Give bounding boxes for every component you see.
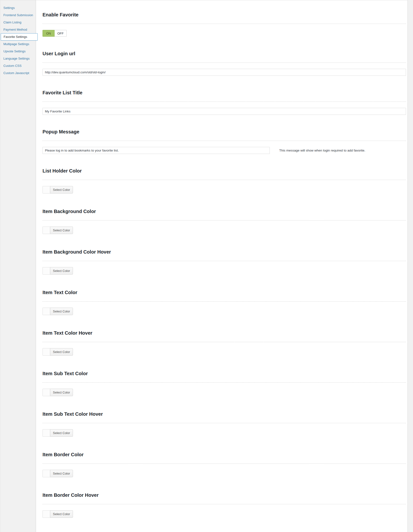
section-title-item-background-color: Item Background Color [42, 208, 406, 215]
section-divider [42, 24, 406, 24]
section-divider [42, 301, 406, 302]
sidebar-item-custom-css[interactable]: Custom CSS [0, 62, 36, 69]
section-divider [42, 423, 406, 423]
sidebar-item-frontend-submission[interactable]: Frontend Submission [0, 12, 36, 19]
section-title-item-sub-text-color-hover: Item Sub Text Color Hover [42, 411, 406, 418]
sidebar-item-language-settings[interactable]: Language Settings [0, 55, 36, 62]
color-picker-item-border-color: Select Color [42, 470, 73, 477]
color-swatch-item-background-color-hover[interactable] [42, 267, 50, 275]
section-title-favorite-list-title: Favorite List Title [42, 89, 406, 96]
section-divider [42, 102, 406, 102]
section-item-background-color-hover: Item Background Color HoverSelect Color [42, 248, 406, 276]
section-item-text-color: Item Text ColorSelect Color [42, 289, 406, 316]
color-picker-item-background-color-hover: Select Color [42, 267, 73, 275]
section-divider [42, 382, 406, 383]
section-title-list-holder-color: List Holder Color [42, 167, 406, 174]
section-title-item-background-color-hover: Item Background Color Hover [42, 248, 406, 255]
select-color-button-item-sub-text-color-hover[interactable]: Select Color [50, 429, 73, 437]
select-color-button-item-text-color-hover[interactable]: Select Color [50, 348, 73, 356]
section-item-border-color-hover: Item Border Color HoverSelect Color [42, 492, 406, 519]
section-item-sub-text-color: Item Sub Text ColorSelect Color [42, 370, 406, 397]
sidebar-item-claim-listing[interactable]: Claim Listing [0, 19, 36, 26]
section-divider [42, 261, 406, 261]
section-title-item-sub-text-color: Item Sub Text Color [42, 370, 406, 377]
user-login-url-field-row [42, 69, 406, 76]
color-picker-item-background-color: Select Color [42, 227, 73, 234]
section-item-background-color: Item Background ColorSelect Color [42, 208, 406, 235]
color-picker-item-text-color-hover: Select Color [42, 348, 73, 356]
color-picker-item-border-color-hover: Select Color [42, 510, 73, 518]
select-color-button-item-sub-text-color[interactable]: Select Color [50, 389, 73, 396]
section-title-enable-favorite: Enable Favorite [42, 11, 406, 18]
section-user-login-url: User Login url [42, 50, 406, 76]
color-picker-item-sub-text-color-hover: Select Color [42, 429, 73, 437]
sidebar-item-multipage-settings[interactable]: Multipage Settings [0, 40, 36, 48]
select-color-button-item-background-color[interactable]: Select Color [50, 227, 73, 234]
plugin-settings-page: SettingsFrontend SubmissionClaim Listing… [0, 0, 413, 532]
color-swatch-item-text-color-hover[interactable] [42, 348, 50, 356]
select-color-button-list-holder-color[interactable]: Select Color [50, 186, 73, 193]
section-item-text-color-hover: Item Text Color HoverSelect Color [42, 330, 406, 357]
sidebar-nav: SettingsFrontend SubmissionClaim Listing… [0, 0, 36, 532]
sidebar-item-custom-javascript[interactable]: Custom Javascript [0, 69, 36, 77]
section-title-item-border-color-hover: Item Border Color Hover [42, 492, 406, 498]
user-login-url-input[interactable] [42, 69, 406, 76]
color-swatch-item-sub-text-color-hover[interactable] [42, 429, 50, 437]
section-item-sub-text-color-hover: Item Sub Text Color HoverSelect Color [42, 411, 406, 438]
section-divider [42, 63, 406, 63]
sidebar-item-payment-method[interactable]: Payment Method [0, 26, 36, 33]
color-swatch-item-sub-text-color[interactable] [42, 389, 50, 396]
toggle-off-button[interactable]: OFF [55, 30, 67, 37]
section-list-holder-color: List Holder ColorSelect Color [42, 167, 406, 194]
select-color-button-item-border-color-hover[interactable]: Select Color [50, 510, 73, 518]
color-swatch-item-border-color[interactable] [42, 470, 50, 477]
color-swatch-list-holder-color[interactable] [42, 186, 50, 193]
section-title-item-text-color-hover: Item Text Color Hover [42, 330, 406, 336]
toggle-on-button[interactable]: ON [42, 30, 55, 37]
color-swatch-item-border-color-hover[interactable] [42, 510, 50, 518]
section-title-item-border-color: Item Border Color [42, 451, 406, 458]
color-picker-list-holder-color: Select Color [42, 186, 73, 193]
favorite-list-title-field-row [42, 108, 406, 115]
section-popup-message: Popup MessageThis message will show when… [42, 128, 406, 154]
popup-message-input[interactable] [42, 147, 270, 154]
color-picker-item-text-color: Select Color [42, 308, 73, 315]
enable-favorite-toggle: ONOFF [42, 30, 67, 37]
popup-message-field-row: This message will show when login requir… [42, 147, 406, 154]
settings-content: Enable FavoriteONOFFUser Login urlFavori… [36, 0, 407, 532]
section-divider [42, 141, 406, 141]
section-title-popup-message: Popup Message [42, 128, 406, 135]
section-item-border-color: Item Border ColorSelect Color [42, 451, 406, 478]
sidebar-item-favorite-settings[interactable]: Favorite Settings [1, 33, 38, 40]
section-divider [42, 220, 406, 220]
select-color-button-item-text-color[interactable]: Select Color [50, 308, 73, 315]
sidebar-item-settings[interactable]: Settings [0, 4, 36, 12]
section-title-item-text-color: Item Text Color [42, 289, 406, 296]
section-favorite-list-title: Favorite List Title [42, 89, 406, 115]
section-title-user-login-url: User Login url [42, 50, 406, 57]
color-swatch-item-text-color[interactable] [42, 308, 50, 315]
select-color-button-item-background-color-hover[interactable]: Select Color [50, 267, 73, 275]
color-picker-item-sub-text-color: Select Color [42, 389, 73, 396]
section-divider [42, 464, 406, 464]
favorite-list-title-input[interactable] [42, 108, 406, 115]
section-enable-favorite: Enable FavoriteONOFF [42, 11, 406, 37]
popup-message-note: This message will show when login requir… [279, 149, 365, 152]
sidebar-item-upvote-settings[interactable]: Upvote Settings [0, 48, 36, 55]
section-divider [42, 504, 406, 504]
settings-panel: SettingsFrontend SubmissionClaim Listing… [0, 0, 408, 532]
section-divider [42, 180, 406, 180]
select-color-button-item-border-color[interactable]: Select Color [50, 470, 73, 477]
color-swatch-item-background-color[interactable] [42, 227, 50, 234]
